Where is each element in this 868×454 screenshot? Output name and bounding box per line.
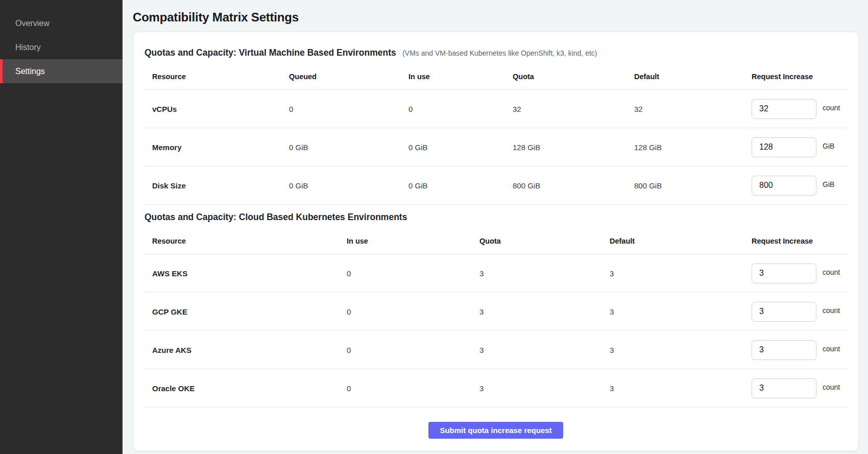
cloud-section-header: Quotas and Capacity: Cloud Based Kuberne… [144,212,847,223]
column-header: In use [400,73,504,81]
unit-label: count [823,268,840,276]
value-cell: 3 [471,307,601,316]
table-row: Memory0 GiB0 GiB128 GiB128 GiBGiB [143,128,848,166]
table-row: Oracle OKE033count [143,369,848,408]
request-increase-cell: count [743,302,849,322]
request-increase-cell: count [743,340,849,360]
cloud-quota-table: ResourceIn useQuotaDefaultRequest Increa… [143,228,848,408]
unit-label: GiB [823,180,834,188]
value-cell: 128 GiB [625,143,743,152]
column-header: Queued [280,73,400,81]
resource-name: vCPUs [143,105,280,113]
cloud-section-title: Quotas and Capacity: Cloud Based Kuberne… [144,212,407,222]
column-header: Resource [143,237,338,245]
table-row: vCPUs003232count [143,90,848,128]
unit-label: count [823,104,840,112]
value-cell: 3 [471,384,601,393]
value-cell: 0 [338,307,471,316]
request-increase-input[interactable] [752,137,816,157]
sidebar-item-history[interactable]: History [0,35,123,59]
value-cell: 800 GiB [504,181,625,190]
column-header: Request Increase [743,73,849,81]
vm-section-subtitle: (VMs and VM-based Kubernetes like OpenSh… [402,49,597,57]
unit-label: count [823,345,840,353]
request-increase-input[interactable] [752,99,816,119]
request-increase-cell: count [743,378,849,398]
resource-name: Oracle OKE [143,384,338,393]
value-cell: 0 [338,384,471,393]
unit-label: count [823,306,840,315]
value-cell: 3 [601,346,743,354]
sidebar-item-label: Overview [15,19,50,28]
value-cell: 32 [625,105,743,113]
request-increase-input[interactable] [752,302,816,322]
table-row: Disk Size0 GiB0 GiB800 GiB800 GiBGiB [143,166,848,205]
value-cell: 3 [601,384,743,393]
request-increase-cell: GiB [743,176,849,196]
column-header: Resource [143,73,280,81]
value-cell: 0 GiB [400,181,504,190]
resource-name: Memory [143,143,280,152]
table-header-row: ResourceQueuedIn useQuotaDefaultRequest … [143,63,848,90]
value-cell: 3 [601,307,743,316]
button-row: Submit quota increase request [143,422,848,439]
request-increase-cell: GiB [743,137,849,157]
submit-quota-request-button[interactable]: Submit quota increase request [428,422,563,439]
value-cell: 128 GiB [504,143,625,152]
resource-name: Azure AKS [143,346,338,354]
vm-section-title: Quotas and Capacity: Virtual Machine Bas… [144,47,396,58]
value-cell: 0 GiB [280,143,400,152]
request-increase-cell: count [743,99,849,119]
active-indicator [0,59,3,83]
column-header: Quota [504,73,625,81]
sidebar-nav: Overview History Settings [0,11,123,83]
main-content: Compatibility Matrix Settings Quotas and… [123,0,868,454]
value-cell: 0 GiB [400,143,504,152]
request-increase-input[interactable] [752,176,816,196]
vm-quota-table: ResourceQueuedIn useQuotaDefaultRequest … [143,63,848,205]
page-title: Compatibility Matrix Settings [133,10,860,25]
value-cell: 0 [338,346,471,354]
sidebar-item-settings[interactable]: Settings [0,59,123,83]
column-header: In use [338,237,471,245]
column-header: Default [601,237,743,245]
value-cell: 32 [504,105,625,113]
value-cell: 0 [338,269,471,278]
value-cell: 3 [471,346,601,354]
table-header-row: ResourceIn useQuotaDefaultRequest Increa… [143,228,848,254]
resource-name: AWS EKS [143,269,338,278]
request-increase-input[interactable] [752,340,816,360]
value-cell: 0 [280,105,400,113]
value-cell: 800 GiB [625,181,743,190]
unit-label: GiB [823,142,834,150]
table-row: GCP GKE033count [143,293,848,331]
column-header: Quota [471,237,601,245]
vm-section-header: Quotas and Capacity: Virtual Machine Bas… [144,47,847,58]
column-header: Default [625,73,743,81]
request-increase-cell: count [743,264,849,283]
table-row: Azure AKS033count [143,331,848,369]
unit-label: count [823,383,840,391]
sidebar-item-label: Settings [15,67,45,76]
value-cell: 0 [400,105,504,113]
table-row: AWS EKS033count [143,254,848,293]
sidebar-item-overview[interactable]: Overview [0,11,123,35]
sidebar: Overview History Settings [0,0,123,454]
request-increase-input[interactable] [752,264,816,283]
sidebar-item-label: History [15,43,41,52]
value-cell: 0 GiB [280,181,400,190]
request-increase-input[interactable] [752,378,816,398]
quota-settings-card: Quotas and Capacity: Virtual Machine Bas… [133,32,859,451]
value-cell: 3 [601,269,743,278]
resource-name: GCP GKE [143,307,338,316]
resource-name: Disk Size [143,181,280,190]
column-header: Request Increase [743,237,849,245]
value-cell: 3 [471,269,601,278]
